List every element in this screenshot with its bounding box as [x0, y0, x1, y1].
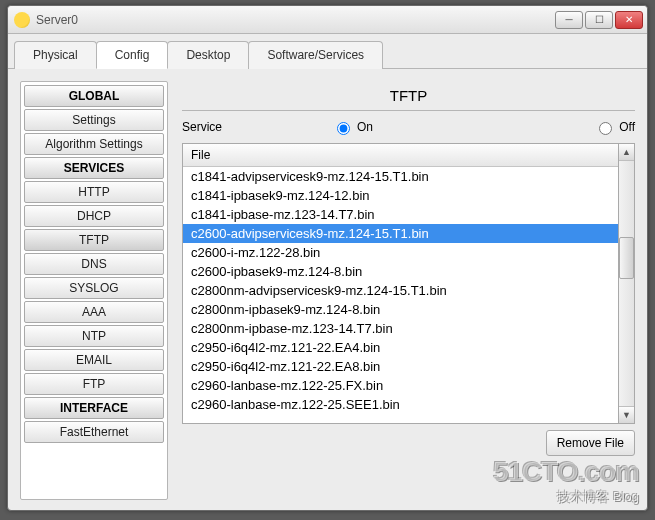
file-list[interactable]: c1841-advipservicesk9-mz.124-15.T1.binc1…	[183, 167, 618, 423]
tab-desktop[interactable]: Desktop	[167, 41, 249, 69]
service-row: Service On Off	[182, 119, 635, 135]
sidebar-item-email[interactable]: EMAIL	[24, 349, 164, 371]
sidebar-item-dns[interactable]: DNS	[24, 253, 164, 275]
tab-physical[interactable]: Physical	[14, 41, 97, 69]
service-on-radio[interactable]	[337, 122, 350, 135]
maximize-button[interactable]: ☐	[585, 11, 613, 29]
sidebar-item-algorithm-settings[interactable]: Algorithm Settings	[24, 133, 164, 155]
sidebar-item-ftp[interactable]: FTP	[24, 373, 164, 395]
service-label: Service	[182, 120, 332, 134]
scroll-thumb[interactable]	[619, 237, 634, 279]
scroll-track[interactable]	[619, 161, 634, 406]
minimize-button[interactable]: ─	[555, 11, 583, 29]
file-row[interactable]: c2960-lanbase-mz.122-25.SEE1.bin	[183, 395, 618, 414]
file-row[interactable]: c2600-ipbasek9-mz.124-8.bin	[183, 262, 618, 281]
sidebar-item-http[interactable]: HTTP	[24, 181, 164, 203]
scroll-down-button[interactable]: ▼	[619, 406, 634, 423]
main-panel: TFTP Service On Off File c1841-advipserv…	[182, 81, 635, 500]
service-off-radio[interactable]	[599, 122, 612, 135]
sidebar-section-interface: INTERFACE	[24, 397, 164, 419]
service-off-option[interactable]: Off	[594, 119, 635, 135]
file-row[interactable]: c2800nm-ipbasek9-mz.124-8.bin	[183, 300, 618, 319]
file-table: File c1841-advipservicesk9-mz.124-15.T1.…	[182, 143, 618, 424]
sidebar-section-services: SERVICES	[24, 157, 164, 179]
titlebar[interactable]: Server0 ─ ☐ ✕	[8, 6, 647, 34]
sidebar-item-aaa[interactable]: AAA	[24, 301, 164, 323]
close-button[interactable]: ✕	[615, 11, 643, 29]
remove-file-button[interactable]: Remove File	[546, 430, 635, 456]
file-column-header[interactable]: File	[183, 144, 618, 167]
file-row[interactable]: c1841-ipbase-mz.123-14.T7.bin	[183, 205, 618, 224]
panel-title: TFTP	[182, 87, 635, 111]
tab-bar: Physical Config Desktop Software/Service…	[8, 34, 647, 69]
file-row[interactable]: c2950-i6q4l2-mz.121-22.EA4.bin	[183, 338, 618, 357]
file-row[interactable]: c2800nm-ipbase-mz.123-14.T7.bin	[183, 319, 618, 338]
file-row[interactable]: c2960-lanbase-mz.122-25.FX.bin	[183, 376, 618, 395]
file-row[interactable]: c2600-advipservicesk9-mz.124-15.T1.bin	[183, 224, 618, 243]
scroll-up-button[interactable]: ▲	[619, 144, 634, 161]
app-window: Server0 ─ ☐ ✕ Physical Config Desktop So…	[7, 5, 648, 511]
sidebar-item-syslog[interactable]: SYSLOG	[24, 277, 164, 299]
app-icon	[14, 12, 30, 28]
file-row[interactable]: c2600-i-mz.122-28.bin	[183, 243, 618, 262]
window-title: Server0	[36, 13, 555, 27]
tab-software-services[interactable]: Software/Services	[248, 41, 383, 69]
sidebar-item-tftp[interactable]: TFTP	[24, 229, 164, 251]
file-row[interactable]: c2800nm-advipservicesk9-mz.124-15.T1.bin	[183, 281, 618, 300]
sidebar-item-dhcp[interactable]: DHCP	[24, 205, 164, 227]
file-row[interactable]: c1841-ipbasek9-mz.124-12.bin	[183, 186, 618, 205]
service-on-option[interactable]: On	[332, 119, 373, 135]
sidebar: GLOBALSettingsAlgorithm SettingsSERVICES…	[20, 81, 168, 500]
file-row[interactable]: c1841-advipservicesk9-mz.124-15.T1.bin	[183, 167, 618, 186]
sidebar-section-global: GLOBAL	[24, 85, 164, 107]
sidebar-item-ntp[interactable]: NTP	[24, 325, 164, 347]
file-scrollbar[interactable]: ▲ ▼	[618, 143, 635, 424]
sidebar-item-settings[interactable]: Settings	[24, 109, 164, 131]
sidebar-item-fastethernet[interactable]: FastEthernet	[24, 421, 164, 443]
file-row[interactable]: c2950-i6q4l2-mz.121-22.EA8.bin	[183, 357, 618, 376]
tab-config[interactable]: Config	[96, 41, 169, 69]
